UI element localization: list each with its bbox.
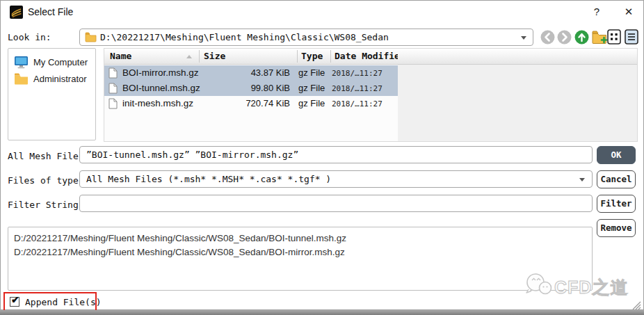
up-directory-button[interactable] bbox=[574, 30, 589, 45]
chevron-down-icon[interactable] bbox=[579, 178, 585, 181]
dialog-title: Select File bbox=[28, 6, 73, 17]
table-row[interactable]: init-mesh.msh.gz 720.74 KiB gz File 2018… bbox=[104, 96, 398, 111]
file-type: gz File bbox=[298, 83, 325, 93]
watermark: CFD之道 bbox=[524, 272, 642, 302]
selected-files-list[interactable]: D:/20221217/Meshing/Fluent Meshing/Class… bbox=[8, 227, 593, 291]
icon-view-button[interactable] bbox=[607, 29, 621, 45]
back-button[interactable] bbox=[540, 30, 555, 45]
column-divider[interactable] bbox=[297, 50, 298, 63]
forward-button[interactable] bbox=[557, 30, 572, 45]
cfd-logo-icon bbox=[524, 272, 554, 298]
column-header-name[interactable]: Name bbox=[110, 51, 131, 61]
folder-icon bbox=[85, 32, 97, 42]
file-type: gz File bbox=[298, 67, 325, 78]
sidebar-item-label: My Computer bbox=[33, 57, 88, 67]
look-in-path: D:\20221217\Meshing\Fluent Meshing\Class… bbox=[100, 32, 389, 42]
files-of-type-label: Files of type: bbox=[8, 175, 84, 186]
fluent-logo-icon bbox=[10, 6, 23, 19]
list-item[interactable]: D:/20221217/Meshing/Fluent Meshing/Class… bbox=[14, 245, 586, 259]
file-date: 2018/…11:27 bbox=[332, 99, 383, 108]
create-folder-button[interactable] bbox=[591, 29, 609, 45]
sidebar-item-my-computer[interactable]: My Computer bbox=[8, 54, 95, 71]
screen: Select File ? ✕ Look in: D:\20221217\Mes… bbox=[0, 0, 644, 315]
filter-string-label: Filter String bbox=[8, 200, 79, 210]
watermark-text: CFD之道 bbox=[554, 276, 628, 299]
files-of-type-combobox[interactable]: All Mesh Files (*.msh* *.MSH* *.cas* *.t… bbox=[79, 170, 593, 188]
table-row[interactable]: BOI-tunnel.msh.gz 99.80 KiB gz File 2018… bbox=[104, 81, 398, 96]
computer-icon bbox=[14, 56, 29, 69]
look-in-label: Look in: bbox=[8, 32, 51, 42]
file-size: 720.74 KiB bbox=[199, 98, 290, 108]
mesh-file-input[interactable]: ”BOI-tunnel.msh.gz” ”BOI-mirror.msh.gz” bbox=[79, 146, 593, 163]
sidebar-item-label: Administrator bbox=[33, 74, 87, 84]
filter-button[interactable]: Filter bbox=[597, 195, 636, 213]
help-button[interactable]: ? bbox=[588, 4, 605, 19]
detail-view-button[interactable] bbox=[625, 29, 638, 45]
background-strip bbox=[0, 310, 644, 315]
remove-button[interactable]: Remove bbox=[597, 219, 636, 237]
file-date: 2018/…11:27 bbox=[332, 84, 383, 93]
title-bar[interactable]: Select File ? ✕ bbox=[1, 1, 643, 23]
sort-ascending-icon bbox=[186, 55, 192, 58]
resize-grip[interactable] bbox=[629, 300, 641, 310]
file-size: 99.80 KiB bbox=[199, 83, 290, 93]
column-header-type[interactable]: Type bbox=[301, 51, 323, 61]
cancel-button[interactable]: Cancel bbox=[597, 170, 636, 188]
file-name: BOI-mirror.msh.gz bbox=[122, 67, 199, 78]
column-header-size[interactable]: Size bbox=[204, 51, 225, 61]
ok-button[interactable]: OK bbox=[597, 146, 636, 164]
file-list-pane: Name Size Type Date Modified BOI-mirror.… bbox=[104, 48, 638, 142]
file-size: 43.87 KiB bbox=[199, 67, 290, 78]
sidebar-item-administrator[interactable]: Administrator bbox=[8, 71, 95, 88]
chevron-down-icon[interactable] bbox=[521, 36, 526, 40]
files-of-type-value: All Mesh Files (*.msh* *.MSH* *.cas* *.t… bbox=[86, 174, 331, 184]
column-divider[interactable] bbox=[199, 50, 200, 63]
file-icon bbox=[108, 83, 118, 94]
file-table-header[interactable]: Name Size Type Date Modified bbox=[104, 49, 637, 65]
column-header-date-modified[interactable]: Date Modified bbox=[335, 51, 398, 61]
look-in-combobox[interactable]: D:\20221217\Meshing\Fluent Meshing\Class… bbox=[79, 29, 533, 46]
folder-icon bbox=[14, 72, 29, 85]
mesh-file-value: ”BOI-tunnel.msh.gz” ”BOI-mirror.msh.gz” bbox=[86, 150, 298, 160]
file-type: gz File bbox=[298, 98, 325, 108]
places-panel: My Computer Administrator bbox=[8, 48, 96, 140]
column-divider[interactable] bbox=[330, 50, 331, 63]
mesh-file-label: All Mesh File bbox=[8, 151, 79, 161]
table-row[interactable]: BOI-mirror.msh.gz 43.87 KiB gz File 2018… bbox=[104, 65, 398, 81]
file-icon bbox=[108, 67, 118, 79]
file-date: 2018/…11:27 bbox=[332, 69, 383, 78]
file-name: init-mesh.msh.gz bbox=[122, 98, 193, 108]
close-button[interactable]: ✕ bbox=[620, 4, 638, 19]
list-item[interactable]: D:/20221217/Meshing/Fluent Meshing/Class… bbox=[14, 232, 586, 245]
select-file-dialog: Select File ? ✕ Look in: D:\20221217\Mes… bbox=[0, 0, 644, 310]
red-annotation-box bbox=[3, 292, 97, 312]
file-icon bbox=[108, 98, 118, 109]
file-name: BOI-tunnel.msh.gz bbox=[122, 83, 200, 93]
filter-string-input[interactable] bbox=[79, 195, 593, 212]
